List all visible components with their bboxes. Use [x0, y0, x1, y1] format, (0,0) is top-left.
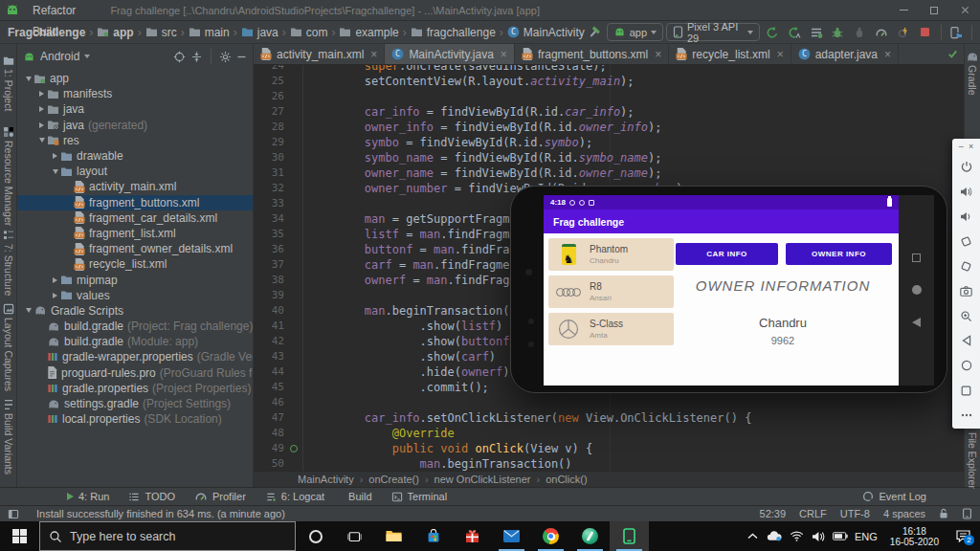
onedrive-icon[interactable]: [767, 531, 782, 541]
tree-item-java[interactable]: java(generated): [17, 118, 253, 133]
build-button[interactable]: [585, 23, 604, 42]
close-tab-icon[interactable]: ×: [370, 48, 377, 61]
toolwindow-terminal[interactable]: Terminal: [391, 491, 448, 502]
editor-tab-fragment_buttons.xml[interactable]: fragment_buttons.xml×: [515, 44, 669, 64]
breadcrumb-java[interactable]: java: [241, 26, 278, 39]
taskbar-task-view-button[interactable]: [335, 521, 374, 551]
minimize-button[interactable]: [888, 0, 919, 21]
apply-changes-button[interactable]: [763, 23, 782, 42]
tree-item-app[interactable]: app: [17, 71, 253, 86]
run-config-selector[interactable]: app: [607, 23, 663, 41]
maximize-button[interactable]: [919, 0, 949, 21]
locate-file-icon[interactable]: [173, 51, 186, 63]
editor-tab-recycle_list.xml[interactable]: recycle_list.xml×: [669, 44, 791, 64]
stop-button[interactable]: [916, 23, 935, 42]
editor-breadcrumb-item[interactable]: onClick(): [546, 474, 587, 485]
encoding-indicator[interactable]: UTF-8: [840, 508, 870, 519]
taskbar-store-button[interactable]: [413, 521, 453, 551]
tree-item-java[interactable]: java: [17, 101, 253, 117]
emulator-volume-down-button[interactable]: [955, 204, 978, 229]
tool-tab-gradle[interactable]: Gradle: [965, 52, 980, 96]
car-info-button[interactable]: CAR INFO: [676, 243, 778, 265]
tree-down-arrow-icon[interactable]: [23, 77, 33, 81]
event-log-button[interactable]: Event Log: [862, 491, 926, 502]
tree-item-activity_main.xml[interactable]: activity_main.xml: [17, 179, 253, 194]
editor-breadcrumb-item[interactable]: MainActivity: [298, 474, 354, 485]
start-button[interactable]: [0, 521, 39, 551]
editor-tab-mainactivity.java[interactable]: CMainActivity.java×: [385, 44, 515, 64]
lock-icon[interactable]: [939, 508, 948, 519]
menu-refactor[interactable]: Refactor: [25, 0, 85, 21]
editor-tab-activity_main.xml[interactable]: activity_main.xml×: [254, 44, 385, 64]
tool-tab-resource-manager[interactable]: Resource Manager: [0, 126, 16, 226]
breadcrumb-mainactivity[interactable]: CMainActivity: [507, 26, 585, 39]
override-marker-icon[interactable]: [290, 445, 298, 452]
tree-right-arrow-icon[interactable]: [50, 293, 60, 298]
project-view-selector[interactable]: Android: [40, 50, 79, 63]
notification-center-icon[interactable]: 2: [951, 530, 974, 542]
taskbar-mail-button[interactable]: [492, 521, 531, 551]
breadcrumb-src[interactable]: src: [145, 26, 177, 39]
tree-item-gradle.properties[interactable]: gradle.properties(Project Properties): [17, 381, 253, 396]
toolwindow-profiler[interactable]: Profiler: [194, 490, 246, 503]
tree-item-layout[interactable]: layout: [17, 164, 253, 179]
tool-tab-layout-captures[interactable]: Layout Captures: [0, 303, 16, 391]
toolwindow----logcat[interactable]: 6: Logcat: [265, 491, 324, 502]
tool-tab-build-variants[interactable]: Build Variants: [0, 399, 16, 474]
tree-item-res[interactable]: res: [17, 133, 253, 148]
toolwindow----run[interactable]: 4: Run: [67, 491, 109, 502]
home-button[interactable]: [912, 285, 922, 295]
taskbar-cortana-button[interactable]: [296, 521, 335, 551]
apply-code-changes-button[interactable]: [785, 23, 804, 42]
car-list-item-phantom[interactable]: ♞PhantomChandru: [548, 238, 674, 271]
close-button[interactable]: [949, 0, 980, 21]
taskbar-emulator-button[interactable]: [610, 521, 649, 551]
tree-item-fragment_buttons.xml[interactable]: fragment_buttons.xml: [17, 195, 253, 210]
car-list-item-s-class[interactable]: S-ClassAmta: [548, 313, 674, 345]
tree-down-arrow-icon[interactable]: [23, 308, 33, 313]
editor-breadcrumb-item[interactable]: onCreate(): [368, 474, 419, 485]
tree-item-settings.gradle[interactable]: settings.gradle(Project Settings): [17, 396, 253, 411]
tree-item-build.gradle[interactable]: build.gradle(Project: Frag challenge): [17, 319, 253, 334]
emulator-rotate-left-button[interactable]: [955, 229, 978, 253]
breadcrumb-com[interactable]: com: [290, 26, 328, 39]
tree-item-values[interactable]: values: [17, 288, 253, 303]
indent-indicator[interactable]: 4 spaces: [883, 508, 925, 519]
chevron-up-icon[interactable]: [745, 533, 760, 540]
emulator-close-icon[interactable]: ×: [969, 142, 973, 151]
wifi-icon[interactable]: [789, 531, 804, 541]
back-button[interactable]: [912, 318, 921, 327]
car-list-item-r8[interactable]: R8Ansari: [548, 276, 674, 308]
emulator-more-button[interactable]: [955, 403, 978, 428]
owner-info-button[interactable]: OWNER INFO: [786, 243, 892, 265]
emulator-minimize-icon[interactable]: –: [959, 142, 964, 151]
tree-down-arrow-icon[interactable]: [36, 138, 47, 143]
close-tab-icon[interactable]: ×: [655, 48, 661, 61]
tree-item-build.gradle[interactable]: build.gradle(Module: app): [17, 334, 253, 349]
tree-item-fragment_list.xml[interactable]: fragment_list.xml: [17, 226, 253, 241]
close-tab-icon[interactable]: ×: [777, 48, 784, 61]
hide-panel-icon[interactable]: [236, 52, 247, 62]
breadcrumb-fragchallenge[interactable]: fragchallenge: [411, 26, 496, 39]
tree-item-proguard-rules.pro[interactable]: proguard-rules.pro(ProGuard Rules for ap…: [17, 365, 253, 381]
debug-button[interactable]: [829, 23, 848, 42]
close-tab-icon[interactable]: ×: [884, 48, 891, 61]
tree-right-arrow-icon[interactable]: [50, 153, 60, 159]
run-configurations-button[interactable]: [807, 23, 826, 42]
caret-position[interactable]: 52:39: [760, 508, 787, 519]
phone-screen[interactable]: 4:18 Frag challenge ♞PhantomChandruR8Ans…: [544, 195, 934, 386]
taskbar-chrome-button[interactable]: [531, 521, 570, 551]
toolwindow-todo[interactable]: TODO: [128, 491, 175, 502]
editor-tab-adapter.java[interactable]: Cadapter.java×: [791, 44, 899, 64]
emulator-back-button[interactable]: [955, 328, 978, 353]
recents-button[interactable]: [912, 253, 921, 262]
line-ending-indicator[interactable]: CRLF: [799, 508, 827, 519]
tool-tab-file-explorer[interactable]: File Explorer: [965, 419, 980, 489]
breadcrumb-app[interactable]: app: [97, 26, 133, 39]
tree-item-drawable[interactable]: drawable: [17, 148, 253, 164]
device-file-explorer-button[interactable]: [947, 23, 966, 42]
taskbar-gift-button[interactable]: [453, 521, 492, 551]
taskbar-search[interactable]: [39, 521, 296, 551]
tree-item-local.properties[interactable]: local.properties(SDK Location): [17, 411, 253, 427]
volume-icon[interactable]: [811, 531, 826, 542]
